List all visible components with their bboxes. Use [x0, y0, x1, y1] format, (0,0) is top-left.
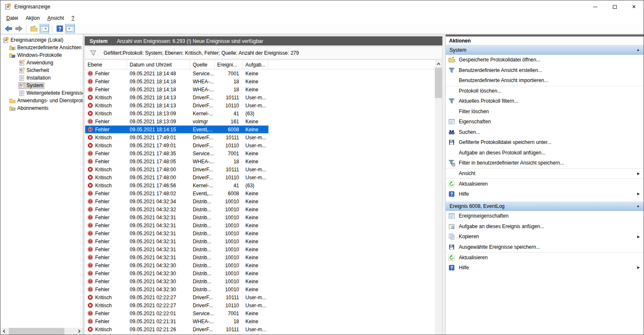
table-row[interactable]: Fehler 09.05.2021 04:32:32 Distrib... 10…: [85, 205, 269, 213]
action-hilfe[interactable]: ? Hilfe ▶: [446, 189, 644, 199]
column-header-aufgabe[interactable]: Aufgab...: [243, 60, 268, 69]
show-hide-console-tree-button[interactable]: [40, 24, 49, 33]
action-group-header-system[interactable]: System ▲: [446, 45, 644, 55]
forward-button[interactable]: [14, 24, 24, 33]
table-row[interactable]: Fehler 09.05.2021 04:32:30 Distrib... 10…: [85, 269, 269, 277]
collapse-chevron-icon[interactable]: ▲: [636, 48, 640, 52]
table-row[interactable]: Fehler 09.05.2021 04:32:31 Distrib... 10…: [85, 213, 269, 221]
table-row[interactable]: Kritisch 09.05.2021 17:46:56 Kernel-... …: [85, 181, 269, 189]
binoculars-icon: [448, 129, 456, 136]
action-gespeicherte-protokolldatei-öffnen[interactable]: Gespeicherte Protokolldatei öffnen... ▶: [446, 55, 644, 65]
table-row[interactable]: Fehler 09.05.2021 18:14:48 Service... 70…: [85, 69, 269, 77]
table-row[interactable]: Fehler 09.05.2021 18:13:09 volmgr 161 Ke…: [85, 117, 269, 125]
column-header-datum[interactable]: Datum und Uhrzeit: [127, 60, 190, 69]
collapse-chevron-icon[interactable]: ▲: [636, 204, 640, 208]
table-row[interactable]: Kritisch 09.05.2021 17:49:01 DriverF... …: [85, 141, 269, 149]
svg-text:?: ?: [450, 265, 453, 270]
error-level-icon: [88, 263, 93, 269]
sidebar-horizontal-scrollbar[interactable]: [0, 328, 83, 335]
table-row[interactable]: Fehler 09.05.2021 02:22:01 Service... 70…: [85, 309, 269, 317]
horizontal-scrollbar-thumb[interactable]: [9, 328, 64, 335]
action-protokoll-löschen[interactable]: Protokoll löschen... ▶: [446, 86, 644, 96]
table-row[interactable]: Fehler 09.05.2021 18:14:18 WHEA-... 18 K…: [85, 85, 269, 93]
scroll-left-button[interactable]: [0, 328, 8, 335]
table-row[interactable]: Fehler 09.05.2021 04:32:30 Distrib... 10…: [85, 261, 269, 269]
scroll-right-button[interactable]: [76, 328, 83, 335]
action-benutzerdefinierte-ansicht-importieren[interactable]: Benutzerdefinierte Ansicht importieren..…: [446, 75, 644, 86]
action-aktualisieren[interactable]: Aktualisieren ▶: [446, 178, 644, 189]
table-row[interactable]: Kritisch 09.05.2021 17:48:00 DriverF... …: [85, 165, 269, 173]
sidebar-item-weitergeleitete-ereignisse[interactable]: Weitergeleitete Ereignisse: [0, 89, 83, 97]
sidebar-item-sicherheit[interactable]: Sicherheit: [0, 66, 83, 74]
action-filter-in-benutzerdefinierter-ansicht-speichern[interactable]: Filter in benutzerdefinierter Ansicht sp…: [446, 158, 644, 168]
action-aktuelles-protokoll-filtern[interactable]: Aktuelles Protokoll filtern... ▶: [446, 96, 644, 106]
action-kopieren[interactable]: Kopieren ▶: [446, 231, 644, 242]
back-button[interactable]: [3, 24, 13, 33]
table-row[interactable]: Fehler 09.05.2021 17:48:02 EventL... 600…: [85, 189, 269, 197]
table-row[interactable]: Kritisch 09.05.2021 02:22:27 DriverF... …: [85, 293, 269, 301]
svg-text:!: !: [9, 4, 9, 6]
close-button[interactable]: ✕: [624, 0, 644, 13]
table-row[interactable]: Fehler 09.05.2021 04:32:34 Distrib... 10…: [85, 197, 269, 205]
table-row[interactable]: Kritisch 09.05.2021 18:14:13 DriverF... …: [85, 101, 269, 109]
sidebar-item-installation[interactable]: Installation: [0, 74, 83, 82]
table-row[interactable]: Kritisch 09.05.2021 17:49:01 DriverF... …: [85, 133, 269, 141]
table-row[interactable]: Fehler 09.05.2021 18:14:15 EventL... 600…: [85, 125, 269, 133]
event-list-scrollbar[interactable]: [435, 60, 442, 335]
table-row[interactable]: Fehler 09.05.2021 04:32:31 Distrib... 10…: [85, 245, 269, 253]
minimize-button[interactable]: [585, 0, 605, 13]
sidebar-item-windows-protokolle[interactable]: Windows-Protokolle: [0, 51, 83, 59]
action-suchen[interactable]: Suchen... ▶: [446, 127, 644, 138]
open-saved-log-button[interactable]: [29, 24, 39, 33]
action-filter-löschen[interactable]: Filter löschen ▶: [446, 106, 644, 117]
table-row[interactable]: Kritisch 09.05.2021 18:13:09 Kernel-... …: [85, 109, 269, 117]
show-hide-action-pane-button[interactable]: [65, 24, 75, 33]
table-row[interactable]: Fehler 09.05.2021 18:14:18 WHEA-... 18 K…: [85, 77, 269, 85]
error-level-icon: [88, 87, 93, 93]
menu-help[interactable]: ?: [68, 14, 78, 22]
action-aufgabe-an-dieses-protokoll-anfügen[interactable]: Aufgabe an dieses Protokoll anfügen... ▶: [446, 148, 644, 158]
action-ausgewählte-ereignisse-speichern[interactable]: Ausgewählte Ereignisse speichern... ▶: [446, 242, 644, 253]
table-row[interactable]: Kritisch 09.05.2021 02:22:27 DriverF... …: [85, 301, 269, 309]
event-table-rows: Fehler 09.05.2021 18:14:48 Service... 70…: [85, 69, 442, 333]
sidebar-item-system[interactable]: System: [0, 82, 83, 89]
table-row[interactable]: Fehler 09.05.2021 04:32:31 Distrib... 10…: [85, 221, 269, 229]
table-row[interactable]: Fehler 09.05.2021 04:32:31 Distrib... 10…: [85, 253, 269, 261]
vertical-scrollbar-thumb[interactable]: [435, 68, 442, 98]
sidebar-item-anwendungs-und-dienstproto[interactable]: Anwendungs- und Dienstproto: [0, 97, 83, 104]
sidebar-item-anwendung[interactable]: Anwendung: [0, 59, 83, 66]
sidebar-item-benutzerdefinierte-ansichten[interactable]: Benutzerdefinierte Ansichten: [0, 44, 83, 51]
action-hilfe[interactable]: ? Hilfe ▶: [446, 263, 644, 273]
action-aktualisieren[interactable]: Aktualisieren ▶: [446, 252, 644, 263]
action-aufgabe-an-dieses-ereignis-anfügen[interactable]: Aufgabe an dieses Ereignis anfügen... ▶: [446, 221, 644, 232]
action-group-header-event-6008[interactable]: Ereignis 6008, EventLog ▲: [446, 202, 644, 211]
menu-datei[interactable]: Datei: [3, 14, 22, 22]
action-eigenschaften[interactable]: Eigenschaften ▶: [446, 117, 644, 127]
column-header-ereignis-id[interactable]: Ereigni...: [215, 60, 243, 69]
scroll-up-button[interactable]: [435, 60, 442, 67]
sidebar-item-ereignisanzeige-lokal-[interactable]: ! Ereignisanzeige (Lokal): [0, 36, 83, 44]
table-row[interactable]: Fehler 09.05.2021 04:32:30 Distrib... 10…: [85, 285, 269, 293]
table-row[interactable]: Fehler 09.05.2021 04:32:31 Distrib... 10…: [85, 229, 269, 237]
action-ansicht[interactable]: Ansicht ▶: [446, 168, 644, 179]
table-row[interactable]: Fehler 09.05.2021 17:48:35 Service... 70…: [85, 149, 269, 157]
maximize-button[interactable]: [605, 0, 624, 13]
error-level-icon: [88, 199, 93, 205]
table-row[interactable]: Fehler 09.05.2021 17:48:05 WHEA-... 18 K…: [85, 157, 269, 165]
help-button[interactable]: ?: [55, 24, 64, 33]
table-row[interactable]: Kritisch 09.05.2021 17:48:00 DriverF... …: [85, 173, 269, 181]
table-row[interactable]: Kritisch 09.05.2021 18:14:13 DriverF... …: [85, 93, 269, 101]
table-row[interactable]: Fehler 09.05.2021 04:32:31 Distrib... 10…: [85, 237, 269, 245]
actionpane-toggle-icon: [66, 25, 75, 32]
table-row[interactable]: Fehler 09.05.2021 02:21:31 WHEA-... 18 K…: [85, 317, 269, 325]
table-row[interactable]: Kritisch 09.05.2021 02:21:26 DriverF... …: [85, 325, 269, 333]
action-gefilterte-protokolldatei-speichern-unter[interactable]: Gefilterte Protokolldatei speichern unte…: [446, 137, 644, 148]
action-benutzerdefinierte-ansicht-erstellen[interactable]: Benutzerdefinierte Ansicht erstellen... …: [446, 65, 644, 76]
menu-ansicht[interactable]: Ansicht: [43, 14, 67, 22]
table-row[interactable]: Fehler 09.05.2021 04:32:30 Distrib... 10…: [85, 277, 269, 285]
column-header-quelle[interactable]: Quelle: [190, 60, 215, 69]
action-ereigniseigenschaften[interactable]: Ereigniseigenschaften ▶: [446, 211, 644, 221]
sidebar-item-abonnements[interactable]: Abonnements: [0, 104, 83, 112]
column-header-ebene[interactable]: Ebene: [85, 60, 127, 69]
menu-aktion[interactable]: Aktion: [22, 14, 43, 22]
